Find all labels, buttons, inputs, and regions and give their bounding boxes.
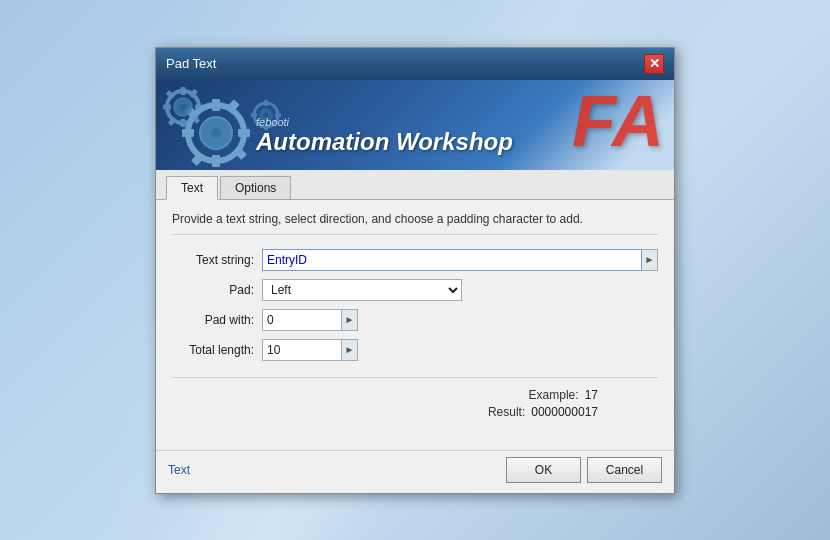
text-string-label: Text string: [172,253,262,267]
pad-with-input[interactable] [262,309,342,331]
close-button[interactable]: ✕ [644,54,664,74]
tab-options[interactable]: Options [220,176,291,199]
bottom-bar: Text OK Cancel [156,450,674,493]
svg-rect-9 [233,145,247,159]
title-bar: Pad Text ✕ [156,48,674,80]
svg-rect-15 [181,119,186,127]
pad-label: Pad: [172,283,262,297]
svg-rect-14 [181,87,186,95]
svg-rect-16 [195,104,203,109]
banner-logo: febooti Automation Workshop [256,116,513,156]
text-string-row: Text string: ► [172,249,658,271]
result-label: Result: [461,405,531,419]
svg-rect-21 [166,90,175,99]
febooti-label: febooti [256,116,513,128]
result-section: Example: 17 Result: 0000000017 [172,388,658,422]
total-length-input[interactable] [262,339,342,361]
help-link[interactable]: Text [168,463,190,477]
banner-title: Automation Workshop [256,128,513,156]
result-row: Result: 0000000017 [461,405,598,419]
svg-rect-17 [163,104,171,109]
total-length-row: Total length: ► [172,339,658,361]
svg-rect-25 [264,100,268,106]
svg-point-13 [180,104,186,110]
example-label: Example: [515,388,585,402]
example-row: Example: 17 [515,388,598,402]
separator [172,377,658,378]
svg-rect-8 [191,151,205,165]
pad-select[interactable]: Left Right Both [262,279,462,301]
pad-with-label: Pad with: [172,313,262,327]
pad-text-dialog: Pad Text ✕ [155,47,675,494]
tab-bar: Text Options [156,170,674,200]
total-length-arrow-button[interactable]: ► [342,339,358,361]
result-value: 0000000017 [531,405,598,419]
svg-rect-3 [212,99,220,111]
text-string-arrow-button[interactable]: ► [642,249,658,271]
button-group: OK Cancel [506,457,662,483]
svg-rect-6 [182,129,194,137]
ok-button[interactable]: OK [506,457,581,483]
content-area: Provide a text string, select direction,… [156,200,674,450]
pad-with-row: Pad with: ► [172,309,658,331]
pad-with-arrow-button[interactable]: ► [342,309,358,331]
tab-text[interactable]: Text [166,176,218,200]
text-string-input[interactable] [262,249,642,271]
svg-rect-5 [238,129,250,137]
fa-logo: FA [572,85,664,157]
banner: febooti Automation Workshop FA [156,80,674,170]
pad-row: Pad: Left Right Both [172,279,658,301]
description-text: Provide a text string, select direction,… [172,212,658,235]
dialog-title: Pad Text [166,56,216,71]
svg-rect-4 [212,155,220,167]
cancel-button[interactable]: Cancel [587,457,662,483]
example-value: 17 [585,388,598,402]
total-length-label: Total length: [172,343,262,357]
svg-point-2 [211,128,221,138]
